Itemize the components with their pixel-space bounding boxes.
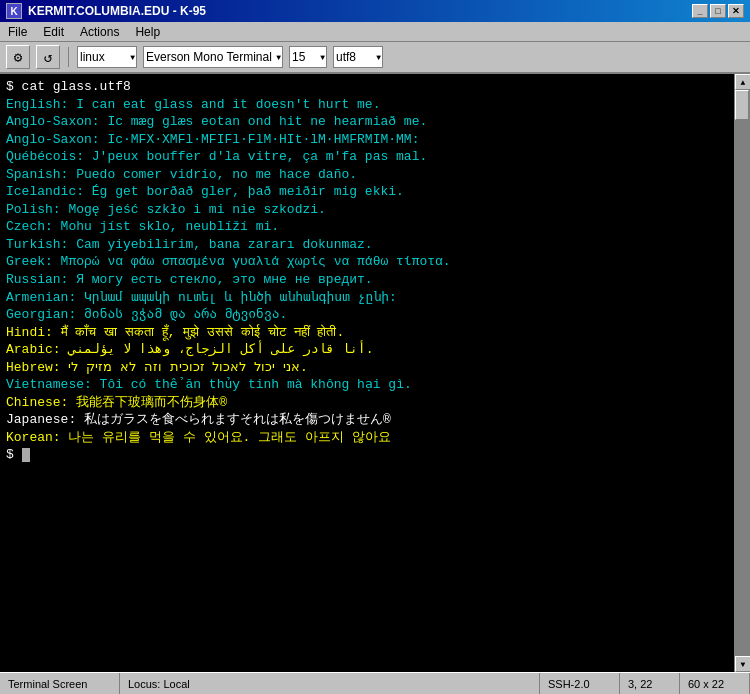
terminal-line: Chinese: 我能吞下玻璃而不伤身体® [6,394,728,412]
scroll-thumb[interactable] [735,90,749,120]
terminal-line: Russian: Я могу есть стекло, это мне не … [6,271,728,289]
toolbar-btn-2[interactable]: ↺ [36,45,60,69]
status-locus: Locus: Local [120,673,540,694]
terminal-line: Korean: 나는 유리를 먹을 수 있어요. 그래도 아프지 않아요 [6,429,728,447]
terminal-line: $ cat glass.utf8 [6,78,728,96]
toolbar: ⚙ ↺ linux ▼ Everson Mono Terminal ▼ 15 ▼… [0,42,750,74]
status-position: 3, 22 [620,673,680,694]
maximize-button[interactable]: □ [710,4,726,18]
title-text: KERMIT.COLUMBIA.EDU - K-95 [28,4,206,18]
menu-bar: File Edit Actions Help [0,22,750,42]
terminal-line: English: I can eat glass and it doesn't … [6,96,728,114]
main-area: $ cat glass.utf8English: I can eat glass… [0,74,750,672]
scroll-up-button[interactable]: ▲ [735,74,750,90]
minimize-button[interactable]: _ [692,4,708,18]
terminal-line: Spanish: Puedo comer vidrio, no me hace … [6,166,728,184]
size-select-wrapper: 15 ▼ [289,46,327,68]
terminal-line: Québécois: J'peux bouffer d'la vitre, ça… [6,148,728,166]
terminal-line: Armenian: Կրնամ ապակի ուտել և ինծի անհան… [6,289,728,307]
toolbar-btn-1[interactable]: ⚙ [6,45,30,69]
font-select-wrapper: Everson Mono Terminal ▼ [143,46,283,68]
status-bar: Terminal Screen Locus: Local SSH-2.0 3, … [0,672,750,694]
terminal-line: Japanese: 私はガラスを食べられますそれは私を傷つけません® [6,411,728,429]
terminal-line: Hindi: मैं काँच खा सकता हूँ, मुझे उससे क… [6,324,728,342]
terminal-line: Vietnamese: Tôi có thể ăn thủy tinh mà k… [6,376,728,394]
scrollbar[interactable]: ▲ ▼ [734,74,750,672]
terminal-line: Czech: Mohu jíst sklo, neublíží mi. [6,218,728,236]
menu-edit[interactable]: Edit [39,24,68,40]
toolbar-separator-1 [68,47,69,67]
terminal-line: Icelandic: Ég get borðað gler, það meiði… [6,183,728,201]
status-size: 60 x 22 [680,673,750,694]
menu-file[interactable]: File [4,24,31,40]
linux-select-wrapper: linux ▼ [77,46,137,68]
terminal-line: Polish: Mogę jeść szkło i mi nie szkodzi… [6,201,728,219]
window-controls: _ □ ✕ [692,4,744,18]
terminal-line: Georgian: მინას ვჭამ და არა მტვინვა. [6,306,728,324]
close-button[interactable]: ✕ [728,4,744,18]
app-icon: K [6,3,22,19]
terminal-line: Hebrew: אני יכול לאכול זכוכית וזה לא מזי… [6,359,728,377]
terminal-cursor [22,448,30,462]
terminal-line: $ [6,446,728,464]
font-select[interactable]: Everson Mono Terminal [143,46,283,68]
terminal-line: Greek: Μπορώ να φάω σπασμένα γυαλιά χωρί… [6,253,728,271]
menu-help[interactable]: Help [131,24,164,40]
terminal-line: Anglo-Saxon: Ic mæg glæs eotan ond hit n… [6,113,728,131]
scroll-track[interactable] [735,90,750,656]
scroll-down-button[interactable]: ▼ [735,656,750,672]
terminal-line: Anglo-Saxon: Ic·MFX·XMFl·MFIFl·FlM·HIt·l… [6,131,728,149]
status-screen: Terminal Screen [0,673,120,694]
encoding-select[interactable]: utf8 [333,46,383,68]
terminal-line: Arabic: أنا قادر على أكل الزجاج، وهذا لا… [6,341,728,359]
size-select[interactable]: 15 [289,46,327,68]
menu-actions[interactable]: Actions [76,24,123,40]
linux-select[interactable]: linux [77,46,137,68]
terminal-screen[interactable]: $ cat glass.utf8English: I can eat glass… [0,74,734,672]
terminal-line: Turkish: Cam yiyebilirim, bana zararı do… [6,236,728,254]
encoding-select-wrapper: utf8 ▼ [333,46,383,68]
title-bar: K KERMIT.COLUMBIA.EDU - K-95 _ □ ✕ [0,0,750,22]
status-ssh: SSH-2.0 [540,673,620,694]
